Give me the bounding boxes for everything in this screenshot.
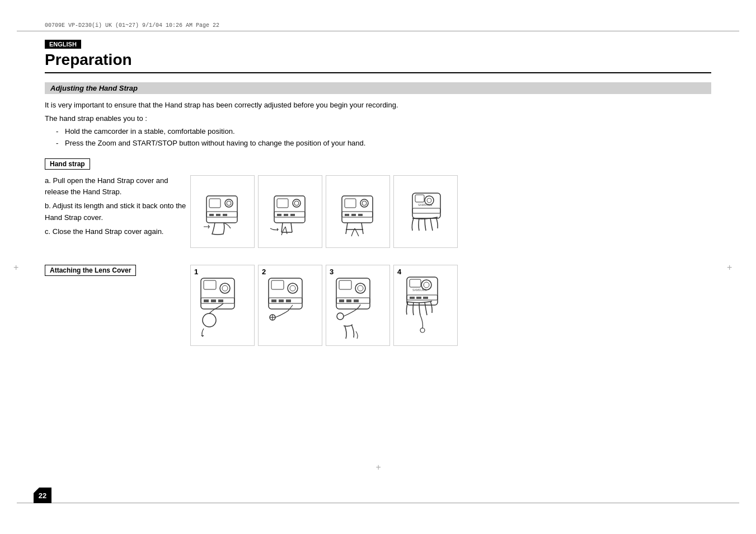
svg-rect-9 (277, 199, 288, 208)
svg-point-58 (337, 313, 344, 320)
lens-cam-svg-3 (328, 267, 388, 343)
hand-strap-images: SAMSUNG (190, 175, 711, 248)
svg-rect-21 (345, 214, 349, 216)
lens-cam-svg-1 (192, 267, 253, 343)
section1-intro1: It is very important to ensure that the … (45, 100, 711, 111)
svg-rect-44 (271, 299, 276, 302)
hand-strap-image-1 (190, 175, 255, 248)
lens-cover-images: 1 (190, 265, 458, 346)
svg-point-26 (427, 198, 431, 203)
lens-cover-image-2: 2 (258, 265, 322, 346)
section1-header: Adjusting the Hand Strap (45, 82, 711, 94)
step-c: c. Close the Hand Strap cover again. (45, 226, 190, 238)
svg-rect-53 (339, 280, 351, 289)
svg-point-19 (362, 201, 367, 205)
svg-rect-28 (412, 208, 440, 213)
hand-strap-image-3 (326, 175, 390, 248)
camcorder-svg-1 (198, 185, 247, 238)
svg-rect-7 (223, 214, 227, 216)
lens-cover-image-3: 3 (326, 265, 390, 346)
lens-cover-label: Attaching the Lens Cover (45, 265, 136, 276)
lens-cover-image-4: 4 SAMSUNG (393, 265, 458, 346)
hand-strap-image-4: SAMSUNG (393, 175, 458, 248)
svg-rect-45 (279, 299, 284, 302)
lens-cam-svg-2 (260, 267, 321, 343)
svg-rect-66 (423, 297, 428, 299)
svg-rect-46 (286, 299, 291, 302)
svg-rect-27 (415, 195, 424, 202)
section1-intro2: The hand strap enables you to : (45, 113, 711, 124)
svg-rect-55 (339, 299, 344, 302)
svg-rect-36 (211, 299, 216, 302)
hand-strap-section: Hand strap a. Pull open the Hand Strap c… (45, 158, 711, 248)
svg-rect-62 (410, 279, 421, 287)
english-badge: ENGLISH (45, 40, 81, 49)
svg-rect-13 (277, 214, 281, 216)
svg-rect-56 (346, 299, 351, 302)
svg-rect-5 (209, 214, 214, 216)
step-a: a. Pull open the Hand Strap cover and re… (45, 175, 190, 199)
svg-rect-16 (342, 196, 373, 223)
camcorder-svg-3 (334, 185, 383, 238)
svg-point-51 (355, 283, 365, 293)
svg-rect-65 (416, 297, 421, 299)
svg-point-18 (360, 199, 368, 207)
lens-image-number-1: 1 (194, 268, 198, 276)
svg-point-32 (222, 285, 228, 291)
svg-text:SAMSUNG: SAMSUNG (412, 288, 426, 292)
svg-rect-35 (204, 299, 209, 302)
hand-strap-content: a. Pull open the Hand Strap cover and re… (45, 175, 711, 248)
hand-strap-label: Hand strap (45, 158, 90, 170)
svg-point-61 (424, 282, 429, 288)
svg-rect-22 (351, 214, 356, 216)
svg-point-40 (288, 283, 298, 293)
lens-cover-section: Attaching the Lens Cover 1 (45, 265, 711, 346)
step-b: b. Adjust its length and stick it back o… (45, 200, 190, 224)
hand-strap-steps: a. Pull open the Hand Strap cover and re… (45, 175, 190, 240)
svg-point-2 (225, 199, 233, 207)
bullet-item: Hold the camcorder in a stable, comforta… (56, 126, 711, 138)
svg-rect-37 (218, 299, 223, 302)
lens-image-number-4: 4 (397, 268, 401, 276)
svg-rect-39 (269, 278, 302, 309)
svg-point-11 (294, 201, 299, 205)
svg-point-52 (358, 285, 363, 291)
svg-rect-1 (209, 199, 220, 208)
lens-cover-row: Attaching the Lens Cover 1 (45, 265, 711, 346)
lens-image-number-3: 3 (330, 268, 334, 276)
svg-rect-50 (336, 278, 370, 309)
crosshair-bottom-center (378, 467, 389, 478)
svg-point-10 (293, 199, 300, 207)
svg-point-68 (420, 328, 425, 332)
camcorder-svg-2 (266, 185, 315, 238)
svg-rect-15 (290, 214, 295, 216)
svg-rect-6 (216, 214, 220, 216)
svg-rect-23 (358, 214, 363, 216)
svg-point-41 (290, 285, 295, 291)
lens-cam-svg-4: SAMSUNG (396, 267, 456, 343)
svg-rect-30 (201, 278, 234, 309)
svg-rect-14 (284, 214, 288, 216)
svg-rect-57 (354, 299, 359, 302)
svg-rect-42 (271, 280, 284, 289)
svg-rect-64 (410, 297, 415, 299)
crosshair-right (729, 267, 740, 278)
file-header: 00709E VP-D230(i) UK (01~27) 9/1/04 10:2… (45, 22, 711, 29)
bullet-item: Press the Zoom and START/STOP button wit… (56, 138, 711, 149)
lens-cover-label-col: Attaching the Lens Cover (45, 265, 190, 282)
section1-bullets: Hold the camcorder in a stable, comforta… (56, 126, 711, 149)
camcorder-hand-svg: SAMSUNG (401, 185, 450, 238)
svg-point-3 (227, 201, 231, 205)
page-title: Preparation (45, 51, 711, 73)
hand-strap-image-2 (258, 175, 322, 248)
svg-rect-17 (345, 199, 356, 208)
lens-image-number-2: 2 (262, 268, 266, 276)
svg-point-38 (203, 313, 216, 327)
svg-rect-0 (206, 196, 237, 223)
crosshair-left (16, 267, 27, 278)
lens-cover-image-1: 1 (190, 265, 255, 346)
svg-point-31 (220, 283, 230, 293)
svg-rect-33 (204, 280, 216, 289)
svg-rect-8 (274, 196, 305, 223)
svg-text:SAMSUNG: SAMSUNG (418, 203, 432, 207)
